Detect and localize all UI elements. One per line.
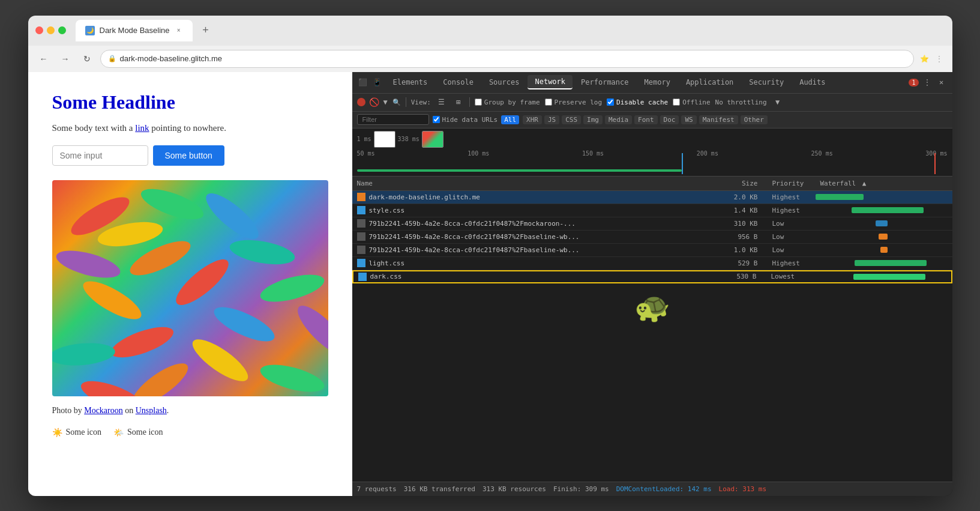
table-row-dark-css[interactable]: dark.css 530 B Lowest: [352, 270, 952, 283]
some-button[interactable]: Some button: [153, 145, 224, 166]
filter-input[interactable]: [357, 114, 429, 125]
forward-button[interactable]: →: [57, 50, 74, 67]
row-size: 529 B: [720, 259, 768, 267]
inspect-icon[interactable]: ⬛: [357, 76, 369, 88]
sun-icon-1: ☀️: [52, 428, 62, 438]
tab-security[interactable]: Security: [742, 76, 791, 89]
timeline-1ms-label: 1 ms: [357, 136, 371, 142]
row-icon-file2: [357, 246, 365, 254]
timeline-green-bar: [357, 169, 682, 172]
group-by-frame-checkbox[interactable]: Group by frame: [475, 98, 540, 106]
page-headline: Some Headline: [52, 91, 328, 113]
close-button[interactable]: [35, 26, 43, 34]
row-name: dark-mode-baseline.glitch.me: [369, 193, 720, 201]
error-badge: 1: [909, 79, 918, 86]
view-grid-icon[interactable]: ⊞: [452, 96, 464, 108]
all-filter-tag[interactable]: All: [501, 115, 519, 124]
filter-xhr[interactable]: XHR: [523, 115, 542, 124]
bookmark-icon[interactable]: ⭐: [919, 53, 931, 65]
page-body-text: Some body text with a link pointing to n…: [52, 123, 328, 133]
browser-tab[interactable]: 🌙 Dark Mode Baseline ×: [76, 20, 193, 41]
requests-count: 7 requests: [357, 485, 397, 493]
more-tools-icon[interactable]: ⋮: [921, 76, 933, 88]
view-list-icon[interactable]: ☰: [436, 96, 448, 108]
tab-elements[interactable]: Elements: [386, 76, 435, 89]
col-header-waterfall[interactable]: Waterfall ▲: [816, 180, 948, 187]
row-size: 310 KB: [720, 220, 768, 228]
close-devtools-icon[interactable]: ✕: [936, 76, 948, 88]
search-icon[interactable]: 🔍: [392, 98, 401, 106]
row-name: 791b2241-459b-4a2e-8cca-c0fdc21f0487%2Fb…: [369, 233, 720, 241]
timeline-ruler-container: 50 ms 100 ms 150 ms 200 ms 250 ms 300 ms: [357, 150, 948, 174]
address-text: dark-mode-baseline.glitch.me: [120, 54, 223, 63]
tab-audits[interactable]: Audits: [792, 76, 832, 89]
record-button[interactable]: [357, 98, 365, 106]
menu-icon[interactable]: ⋮: [933, 53, 945, 65]
table-row[interactable]: 791b2241-459b-4a2e-8cca-c0fdc21f0487%2Fb…: [352, 244, 952, 257]
row-priority: Low: [768, 246, 816, 254]
filter-media[interactable]: Media: [605, 115, 632, 124]
unsplash-link[interactable]: Unsplash: [136, 406, 167, 415]
tab-close-button[interactable]: ×: [175, 26, 183, 35]
filter-js[interactable]: JS: [544, 115, 559, 124]
page-link[interactable]: link: [135, 123, 149, 133]
filter-css[interactable]: CSS: [562, 115, 581, 124]
toolbar-divider-1: [406, 97, 406, 107]
tab-sources[interactable]: Sources: [482, 76, 527, 89]
some-input[interactable]: [52, 145, 148, 166]
tab-application[interactable]: Application: [679, 76, 741, 89]
clear-button[interactable]: 🚫: [370, 98, 379, 106]
offline-checkbox[interactable]: Offline: [673, 98, 710, 106]
filter-ws[interactable]: WS: [681, 115, 696, 124]
back-button[interactable]: ←: [35, 50, 52, 67]
waterfall-bar: [876, 220, 888, 226]
network-toolbar: 🚫 ▼ 🔍 View: ☰ ⊞ Group by frame Preserve …: [352, 94, 952, 112]
table-row[interactable]: dark-mode-baseline.glitch.me 2.0 KB High…: [352, 191, 952, 204]
tab-network[interactable]: Network: [528, 75, 573, 89]
throttling-dropdown-icon[interactable]: ▼: [772, 96, 784, 108]
filter-font[interactable]: Font: [634, 115, 658, 124]
webpage: Some Headline Some body text with a link…: [28, 72, 352, 496]
refresh-button[interactable]: ↻: [79, 50, 95, 67]
table-row[interactable]: light.css 529 B Highest: [352, 257, 952, 270]
col-header-name[interactable]: Name: [357, 180, 720, 187]
filter-doc[interactable]: Doc: [660, 115, 679, 124]
minimize-button[interactable]: [47, 26, 55, 34]
browser-window: 🌙 Dark Mode Baseline × + ← → ↻ 🔒 dark-mo…: [28, 16, 952, 496]
filter-img[interactable]: Img: [583, 115, 603, 124]
filter-manifest[interactable]: Manifest: [699, 115, 738, 124]
row-icon-file: [357, 232, 365, 241]
row-priority: Highest: [768, 207, 816, 214]
table-row[interactable]: style.css 1.4 KB Highest: [352, 204, 952, 217]
col-header-size[interactable]: Size: [720, 180, 768, 187]
address-bar[interactable]: 🔒 dark-mode-baseline.glitch.me: [100, 50, 914, 68]
timeline-thumbnails: 1 ms 338 ms: [357, 131, 948, 148]
row-waterfall: [816, 217, 948, 230]
col-header-priority[interactable]: Priority: [768, 180, 816, 187]
icon-item-1: ☀️ Some icon: [52, 428, 102, 438]
photo-credit: Photo by Mockaroon on Unsplash.: [52, 406, 328, 416]
lock-icon: 🔒: [108, 55, 116, 62]
svg-point-1: [137, 183, 207, 225]
svg-point-9: [257, 269, 327, 307]
device-icon[interactable]: 📱: [371, 76, 383, 88]
tab-console[interactable]: Console: [436, 76, 481, 89]
title-bar: 🌙 Dark Mode Baseline × +: [28, 16, 952, 46]
svg-point-15: [127, 356, 193, 396]
tab-memory[interactable]: Memory: [637, 76, 678, 89]
input-row: Some button: [52, 145, 328, 166]
table-row[interactable]: 791b2241-459b-4a2e-8cca-c0fdc21f0487%2Fb…: [352, 231, 952, 244]
hide-data-urls-checkbox[interactable]: Hide data URLs: [433, 116, 498, 124]
tab-performance[interactable]: Performance: [574, 76, 636, 89]
mockaroon-link[interactable]: Mockaroon: [84, 406, 123, 415]
new-tab-button[interactable]: +: [197, 22, 214, 39]
table-row[interactable]: 791b2241-459b-4a2e-8cca-c0fdc21f0487%2Fm…: [352, 217, 952, 231]
row-waterfall: [816, 257, 948, 270]
filter-other[interactable]: Other: [741, 115, 768, 124]
filter-bar: Hide data URLs All XHR JS CSS Img Media …: [352, 112, 952, 129]
filter-icon[interactable]: ▼: [383, 98, 388, 106]
preserve-log-checkbox[interactable]: Preserve log: [545, 98, 602, 106]
disable-cache-checkbox[interactable]: Disable cache: [607, 98, 668, 106]
turtle-icon: 🐢: [634, 290, 670, 324]
maximize-button[interactable]: [58, 26, 66, 34]
